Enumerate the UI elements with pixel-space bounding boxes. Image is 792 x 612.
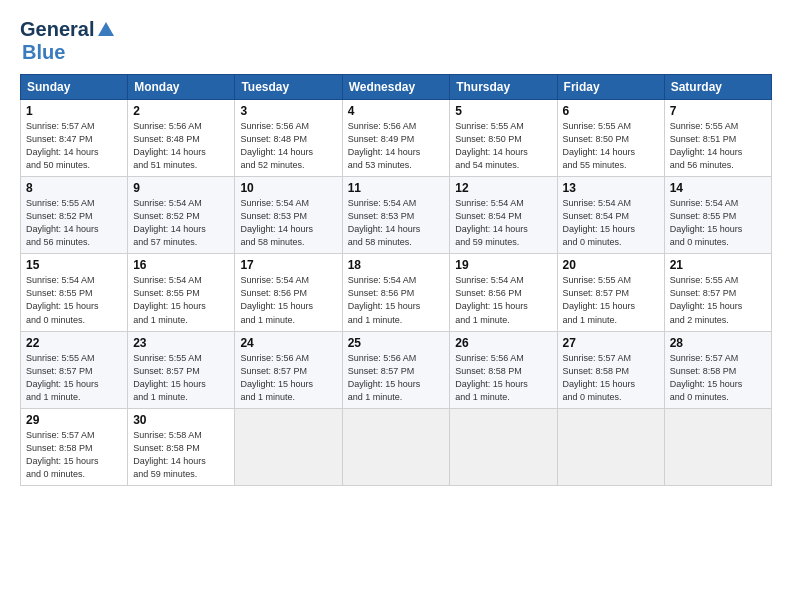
day-cell: 27Sunrise: 5:57 AM Sunset: 8:58 PM Dayli…: [557, 331, 664, 408]
day-cell: 23Sunrise: 5:55 AM Sunset: 8:57 PM Dayli…: [128, 331, 235, 408]
day-cell: 10Sunrise: 5:54 AM Sunset: 8:53 PM Dayli…: [235, 177, 342, 254]
day-cell: 21Sunrise: 5:55 AM Sunset: 8:57 PM Dayli…: [664, 254, 771, 331]
day-cell: 20Sunrise: 5:55 AM Sunset: 8:57 PM Dayli…: [557, 254, 664, 331]
day-detail: Sunrise: 5:54 AM Sunset: 8:56 PM Dayligh…: [240, 274, 336, 326]
day-detail: Sunrise: 5:54 AM Sunset: 8:54 PM Dayligh…: [455, 197, 551, 249]
day-detail: Sunrise: 5:54 AM Sunset: 8:55 PM Dayligh…: [26, 274, 122, 326]
day-cell: 18Sunrise: 5:54 AM Sunset: 8:56 PM Dayli…: [342, 254, 450, 331]
day-detail: Sunrise: 5:54 AM Sunset: 8:55 PM Dayligh…: [670, 197, 766, 249]
day-detail: Sunrise: 5:58 AM Sunset: 8:58 PM Dayligh…: [133, 429, 229, 481]
day-number: 19: [455, 258, 551, 272]
day-detail: Sunrise: 5:54 AM Sunset: 8:52 PM Dayligh…: [133, 197, 229, 249]
day-cell: [342, 408, 450, 485]
day-cell: 22Sunrise: 5:55 AM Sunset: 8:57 PM Dayli…: [21, 331, 128, 408]
calendar-page: General Blue SundayMondayTuesdayWednesda…: [0, 0, 792, 612]
header: General Blue: [20, 18, 772, 64]
day-cell: 17Sunrise: 5:54 AM Sunset: 8:56 PM Dayli…: [235, 254, 342, 331]
logo-blue: Blue: [22, 41, 65, 64]
day-cell: 24Sunrise: 5:56 AM Sunset: 8:57 PM Dayli…: [235, 331, 342, 408]
day-cell: 4Sunrise: 5:56 AM Sunset: 8:49 PM Daylig…: [342, 100, 450, 177]
day-cell: 29Sunrise: 5:57 AM Sunset: 8:58 PM Dayli…: [21, 408, 128, 485]
day-number: 3: [240, 104, 336, 118]
day-number: 23: [133, 336, 229, 350]
day-number: 24: [240, 336, 336, 350]
day-detail: Sunrise: 5:56 AM Sunset: 8:57 PM Dayligh…: [348, 352, 445, 404]
day-detail: Sunrise: 5:55 AM Sunset: 8:57 PM Dayligh…: [26, 352, 122, 404]
day-cell: 25Sunrise: 5:56 AM Sunset: 8:57 PM Dayli…: [342, 331, 450, 408]
day-number: 20: [563, 258, 659, 272]
weekday-header-wednesday: Wednesday: [342, 75, 450, 100]
day-cell: 1Sunrise: 5:57 AM Sunset: 8:47 PM Daylig…: [21, 100, 128, 177]
day-number: 21: [670, 258, 766, 272]
day-number: 5: [455, 104, 551, 118]
day-detail: Sunrise: 5:54 AM Sunset: 8:56 PM Dayligh…: [348, 274, 445, 326]
day-cell: 11Sunrise: 5:54 AM Sunset: 8:53 PM Dayli…: [342, 177, 450, 254]
day-detail: Sunrise: 5:54 AM Sunset: 8:53 PM Dayligh…: [348, 197, 445, 249]
day-detail: Sunrise: 5:57 AM Sunset: 8:58 PM Dayligh…: [26, 429, 122, 481]
day-number: 25: [348, 336, 445, 350]
day-number: 16: [133, 258, 229, 272]
logo: General Blue: [20, 18, 116, 64]
day-cell: [450, 408, 557, 485]
day-detail: Sunrise: 5:57 AM Sunset: 8:58 PM Dayligh…: [670, 352, 766, 404]
weekday-header-row: SundayMondayTuesdayWednesdayThursdayFrid…: [21, 75, 772, 100]
day-number: 12: [455, 181, 551, 195]
day-number: 4: [348, 104, 445, 118]
day-detail: Sunrise: 5:55 AM Sunset: 8:51 PM Dayligh…: [670, 120, 766, 172]
day-detail: Sunrise: 5:57 AM Sunset: 8:47 PM Dayligh…: [26, 120, 122, 172]
day-number: 26: [455, 336, 551, 350]
day-cell: 2Sunrise: 5:56 AM Sunset: 8:48 PM Daylig…: [128, 100, 235, 177]
day-number: 10: [240, 181, 336, 195]
weekday-header-sunday: Sunday: [21, 75, 128, 100]
day-cell: 7Sunrise: 5:55 AM Sunset: 8:51 PM Daylig…: [664, 100, 771, 177]
day-detail: Sunrise: 5:55 AM Sunset: 8:57 PM Dayligh…: [563, 274, 659, 326]
day-cell: 13Sunrise: 5:54 AM Sunset: 8:54 PM Dayli…: [557, 177, 664, 254]
logo-general: General: [20, 18, 94, 41]
day-cell: 14Sunrise: 5:54 AM Sunset: 8:55 PM Dayli…: [664, 177, 771, 254]
day-detail: Sunrise: 5:54 AM Sunset: 8:54 PM Dayligh…: [563, 197, 659, 249]
day-cell: [664, 408, 771, 485]
day-detail: Sunrise: 5:57 AM Sunset: 8:58 PM Dayligh…: [563, 352, 659, 404]
weekday-header-tuesday: Tuesday: [235, 75, 342, 100]
day-detail: Sunrise: 5:56 AM Sunset: 8:49 PM Dayligh…: [348, 120, 445, 172]
day-detail: Sunrise: 5:54 AM Sunset: 8:56 PM Dayligh…: [455, 274, 551, 326]
day-number: 14: [670, 181, 766, 195]
day-number: 17: [240, 258, 336, 272]
day-detail: Sunrise: 5:55 AM Sunset: 8:57 PM Dayligh…: [133, 352, 229, 404]
day-detail: Sunrise: 5:55 AM Sunset: 8:57 PM Dayligh…: [670, 274, 766, 326]
day-cell: 15Sunrise: 5:54 AM Sunset: 8:55 PM Dayli…: [21, 254, 128, 331]
day-number: 6: [563, 104, 659, 118]
day-detail: Sunrise: 5:54 AM Sunset: 8:53 PM Dayligh…: [240, 197, 336, 249]
week-row-1: 1Sunrise: 5:57 AM Sunset: 8:47 PM Daylig…: [21, 100, 772, 177]
logo-icon: [96, 20, 116, 40]
day-detail: Sunrise: 5:56 AM Sunset: 8:57 PM Dayligh…: [240, 352, 336, 404]
day-number: 27: [563, 336, 659, 350]
day-cell: 26Sunrise: 5:56 AM Sunset: 8:58 PM Dayli…: [450, 331, 557, 408]
day-detail: Sunrise: 5:56 AM Sunset: 8:58 PM Dayligh…: [455, 352, 551, 404]
week-row-3: 15Sunrise: 5:54 AM Sunset: 8:55 PM Dayli…: [21, 254, 772, 331]
svg-marker-0: [98, 22, 114, 36]
day-cell: 12Sunrise: 5:54 AM Sunset: 8:54 PM Dayli…: [450, 177, 557, 254]
weekday-header-thursday: Thursday: [450, 75, 557, 100]
day-detail: Sunrise: 5:55 AM Sunset: 8:50 PM Dayligh…: [455, 120, 551, 172]
day-number: 28: [670, 336, 766, 350]
weekday-header-friday: Friday: [557, 75, 664, 100]
day-number: 1: [26, 104, 122, 118]
week-row-4: 22Sunrise: 5:55 AM Sunset: 8:57 PM Dayli…: [21, 331, 772, 408]
day-cell: 28Sunrise: 5:57 AM Sunset: 8:58 PM Dayli…: [664, 331, 771, 408]
day-cell: 5Sunrise: 5:55 AM Sunset: 8:50 PM Daylig…: [450, 100, 557, 177]
day-number: 7: [670, 104, 766, 118]
day-number: 2: [133, 104, 229, 118]
day-detail: Sunrise: 5:55 AM Sunset: 8:50 PM Dayligh…: [563, 120, 659, 172]
day-number: 8: [26, 181, 122, 195]
day-number: 9: [133, 181, 229, 195]
day-number: 11: [348, 181, 445, 195]
day-detail: Sunrise: 5:56 AM Sunset: 8:48 PM Dayligh…: [133, 120, 229, 172]
day-cell: [235, 408, 342, 485]
day-cell: 3Sunrise: 5:56 AM Sunset: 8:48 PM Daylig…: [235, 100, 342, 177]
day-cell: 19Sunrise: 5:54 AM Sunset: 8:56 PM Dayli…: [450, 254, 557, 331]
week-row-5: 29Sunrise: 5:57 AM Sunset: 8:58 PM Dayli…: [21, 408, 772, 485]
day-number: 29: [26, 413, 122, 427]
day-cell: 30Sunrise: 5:58 AM Sunset: 8:58 PM Dayli…: [128, 408, 235, 485]
day-number: 18: [348, 258, 445, 272]
